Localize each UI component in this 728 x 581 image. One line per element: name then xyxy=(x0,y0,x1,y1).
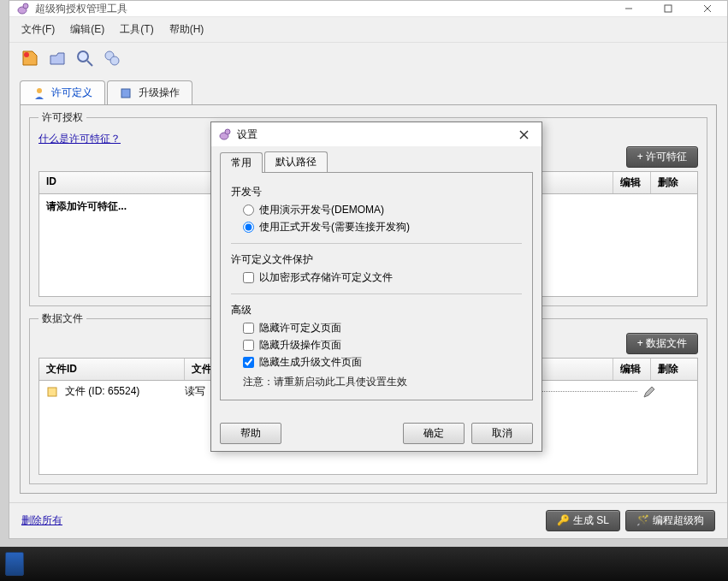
close-button[interactable] xyxy=(688,1,727,16)
toolbar-search-icon[interactable] xyxy=(73,46,97,70)
group-advanced: 高级 xyxy=(231,303,522,317)
toolbar-settings-icon[interactable] xyxy=(100,46,124,70)
tab-license-label: 许可定义 xyxy=(51,86,92,100)
toolbar-new-icon[interactable] xyxy=(18,46,42,70)
settings-dialog: 设置 常用 默认路径 开发号 使用演示开发号(DEMOMA) 使用正式开发号(需… xyxy=(210,122,542,452)
window-title: 超级狗授权管理工具 xyxy=(35,2,609,16)
license-empty-text: 请添加许可特征... xyxy=(46,200,127,212)
cancel-button[interactable]: 取消 xyxy=(471,423,533,444)
toolbar xyxy=(9,43,727,74)
taskbar-item[interactable] xyxy=(5,552,24,576)
col-delete: 删除 xyxy=(651,172,697,193)
checkbox-encrypt-label: 以加密形式存储许可定义文件 xyxy=(259,270,393,285)
toolbar-open-icon[interactable] xyxy=(45,46,69,70)
help-button[interactable]: 帮助 xyxy=(220,423,281,444)
checkbox-hide-upgrade[interactable] xyxy=(243,340,254,351)
checkbox-hide-upgrade-label: 隐藏升级操作页面 xyxy=(259,338,341,353)
option-real[interactable]: 使用正式开发号(需要连接开发狗) xyxy=(243,220,522,234)
col-delete2: 删除 xyxy=(651,359,697,380)
pencil-icon[interactable] xyxy=(642,385,656,399)
person-icon xyxy=(33,86,46,100)
tab-upgrade-label: 升级操作 xyxy=(139,86,180,100)
wand-icon: 🪄 xyxy=(636,514,649,526)
maximize-button[interactable] xyxy=(648,1,688,16)
tab-upgrade[interactable]: 升级操作 xyxy=(107,80,192,104)
radio-real-label: 使用正式开发号(需要连接开发狗) xyxy=(259,220,410,234)
row-file-type: 读写 xyxy=(185,384,205,399)
checkbox-encrypt-row[interactable]: 以加密形式存储许可定义文件 xyxy=(243,270,522,285)
dialog-footer: 帮助 确定 取消 xyxy=(211,416,542,451)
menu-edit[interactable]: 编辑(E) xyxy=(68,21,106,39)
checkbox-hide-genfile[interactable] xyxy=(243,357,254,368)
dialog-close-button[interactable] xyxy=(512,125,535,144)
checkbox-hide-license[interactable] xyxy=(243,323,254,334)
svg-point-1 xyxy=(23,3,28,9)
add-datafile-button[interactable]: + 数据文件 xyxy=(626,333,698,354)
tab-license-def[interactable]: 许可定义 xyxy=(20,80,105,104)
checkbox-hide-upgrade-row[interactable]: 隐藏升级操作页面 xyxy=(243,338,522,353)
radio-demo-label: 使用演示开发号(DEMOMA) xyxy=(259,203,384,217)
ok-button[interactable]: 确定 xyxy=(403,423,465,444)
file-icon xyxy=(46,385,60,399)
titlebar: 超级狗授权管理工具 xyxy=(9,1,727,17)
menu-file[interactable]: 文件(F) xyxy=(20,21,56,39)
checkbox-hide-genfile-row[interactable]: 隐藏生成升级文件页面 xyxy=(243,355,522,370)
minimize-button[interactable] xyxy=(609,1,648,16)
dialog-tabs: 常用 默认路径 xyxy=(220,151,533,172)
build-sl-label: 生成 SL xyxy=(573,514,609,526)
dialog-title: 设置 xyxy=(237,127,512,142)
col-edit2: 编辑 xyxy=(613,359,651,380)
svg-rect-3 xyxy=(665,5,672,12)
menu-tool[interactable]: 工具(T) xyxy=(118,21,155,39)
dialog-panel: 开发号 使用演示开发号(DEMOMA) 使用正式开发号(需要连接开发狗) 许可定… xyxy=(220,172,533,400)
svg-point-7 xyxy=(78,51,88,62)
dialog-body: 常用 默认路径 开发号 使用演示开发号(DEMOMA) 使用正式开发号(需要连接… xyxy=(211,146,542,416)
svg-point-6 xyxy=(24,52,29,57)
menubar: 文件(F) 编辑(E) 工具(T) 帮助(H) xyxy=(9,17,727,43)
program-label: 编程超级狗 xyxy=(653,514,704,526)
add-feature-button[interactable]: + 许可特征 xyxy=(626,146,698,168)
restart-note: 注意：请重新启动此工具使设置生效 xyxy=(243,375,522,389)
dialog-titlebar: 设置 xyxy=(211,122,542,146)
checkbox-hide-license-row[interactable]: 隐藏许可定义页面 xyxy=(243,321,522,335)
program-button[interactable]: 🪄编程超级狗 xyxy=(625,510,715,531)
what-is-feature-link[interactable]: 什么是许可特征？ xyxy=(38,133,121,145)
checkbox-hide-genfile-label: 隐藏生成升级文件页面 xyxy=(259,355,362,370)
radio-real[interactable] xyxy=(243,222,254,233)
checkbox-encrypt[interactable] xyxy=(243,272,254,283)
key-icon: 🔑 xyxy=(557,514,570,526)
group-devnum: 开发号 xyxy=(231,185,522,199)
tab-general[interactable]: 常用 xyxy=(220,152,263,173)
row-file-id: 文件 (ID: 65524) xyxy=(65,384,185,399)
option-demo[interactable]: 使用演示开发号(DEMOMA) xyxy=(243,203,522,217)
window-controls xyxy=(609,1,727,16)
license-legend: 许可授权 xyxy=(38,110,86,125)
svg-rect-12 xyxy=(121,89,130,98)
svg-point-10 xyxy=(110,56,119,65)
svg-point-11 xyxy=(37,88,42,93)
app-icon xyxy=(16,2,30,15)
radio-demo[interactable] xyxy=(243,205,254,216)
book-icon xyxy=(120,86,133,100)
svg-rect-13 xyxy=(48,388,56,396)
tab-default-path[interactable]: 默认路径 xyxy=(264,151,328,172)
taskbar xyxy=(0,547,728,581)
datafile-legend: 数据文件 xyxy=(38,311,86,326)
col-file-id: 文件ID xyxy=(39,359,185,380)
checkbox-hide-license-label: 隐藏许可定义页面 xyxy=(259,321,341,335)
footer: 删除所有 🔑生成 SL 🪄编程超级狗 xyxy=(9,502,727,538)
delete-all-link[interactable]: 删除所有 xyxy=(21,513,62,528)
dialog-icon xyxy=(218,127,232,141)
build-sl-button[interactable]: 🔑生成 SL xyxy=(546,510,620,531)
svg-point-15 xyxy=(225,129,230,134)
group-protect: 许可定义文件保护 xyxy=(231,252,522,267)
menu-help[interactable]: 帮助(H) xyxy=(168,21,206,39)
svg-line-8 xyxy=(87,61,92,66)
main-tabs: 许可定义 升级操作 xyxy=(20,80,717,104)
col-edit: 编辑 xyxy=(613,172,651,193)
